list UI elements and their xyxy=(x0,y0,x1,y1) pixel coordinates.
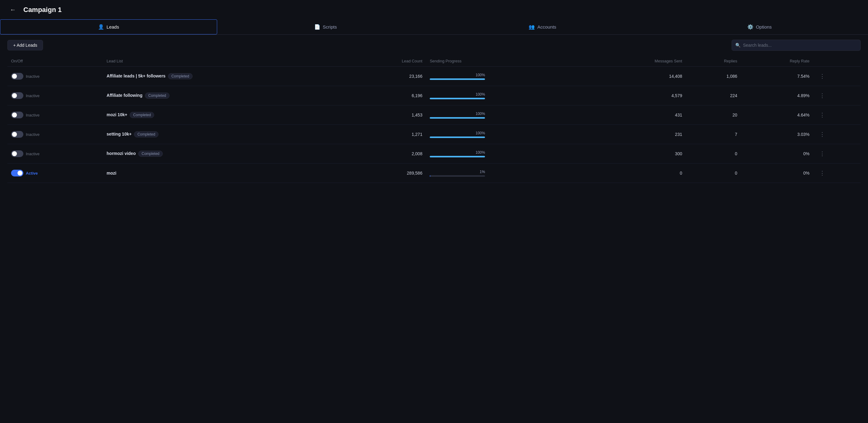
progress-fill xyxy=(430,156,485,158)
progress-label: 100% xyxy=(475,150,485,154)
lead-count-cell: 1,453 xyxy=(351,106,426,125)
replies-cell: 0 xyxy=(686,144,741,164)
col-reply-rate: Reply Rate xyxy=(741,56,813,67)
status-label: Inactive xyxy=(26,132,40,137)
row-menu-button[interactable]: ⋮ xyxy=(817,91,828,100)
status-badge: Completed xyxy=(138,151,163,157)
messages-sent-cell: 231 xyxy=(593,125,686,144)
actions-cell: ⋮ xyxy=(813,144,861,164)
progress-track xyxy=(430,137,485,138)
on-off-cell: Inactive xyxy=(7,67,103,86)
toggle-switch[interactable] xyxy=(11,170,23,176)
col-on-off: On/Off xyxy=(7,56,103,67)
on-off-cell: Inactive xyxy=(7,125,103,144)
status-badge: Completed xyxy=(130,112,154,118)
lead-count-cell: 289,586 xyxy=(351,164,426,183)
row-menu-button[interactable]: ⋮ xyxy=(817,149,828,158)
row-menu-button[interactable]: ⋮ xyxy=(817,110,828,120)
accounts-icon: 👥 xyxy=(529,24,535,30)
col-sending-progress: Sending Progress xyxy=(426,56,593,67)
toggle-switch[interactable] xyxy=(11,73,23,80)
progress-fill xyxy=(430,137,485,138)
col-replies: Replies xyxy=(686,56,741,67)
row-menu-button[interactable]: ⋮ xyxy=(817,130,828,139)
sending-progress-cell: 1% xyxy=(426,164,593,183)
progress-label: 100% xyxy=(475,112,485,116)
leads-icon: 👤 xyxy=(98,24,104,30)
tab-bar: 👤 Leads 📄 Scripts 👥 Accounts ⚙️ Options xyxy=(0,19,868,35)
progress-label: 100% xyxy=(475,92,485,96)
toggle-switch[interactable] xyxy=(11,92,23,99)
status-label: Inactive xyxy=(26,151,40,156)
header: ← Campaign 1 xyxy=(0,0,868,19)
lead-list-name: Affiliate following xyxy=(106,93,143,98)
lead-list-name: Affiliate leads | 5k+ followers xyxy=(106,74,165,78)
sending-progress-cell: 100% xyxy=(426,86,593,106)
toggle-switch[interactable] xyxy=(11,112,23,118)
actions-cell: ⋮ xyxy=(813,164,861,183)
progress-fill xyxy=(430,117,485,119)
search-icon: 🔍 xyxy=(735,43,741,48)
table-row: Inactive Affiliate leads | 5k+ followers… xyxy=(7,67,861,86)
reply-rate-cell: 3.03% xyxy=(741,125,813,144)
lead-count-cell: 6,196 xyxy=(351,86,426,106)
table-row: Inactive Affiliate followingCompleted6,1… xyxy=(7,86,861,106)
lead-list-name: mozi 10k+ xyxy=(106,112,127,117)
status-badge: Completed xyxy=(168,73,193,79)
toolbar: + Add Leads 🔍 xyxy=(0,35,868,56)
tab-leads[interactable]: 👤 Leads xyxy=(0,19,217,34)
toggle-switch[interactable] xyxy=(11,131,23,138)
reply-rate-cell: 4.89% xyxy=(741,86,813,106)
col-actions xyxy=(813,56,861,67)
messages-sent-cell: 0 xyxy=(593,164,686,183)
status-label: Inactive xyxy=(26,74,40,79)
col-messages-sent: Messages Sent xyxy=(593,56,686,67)
messages-sent-cell: 14,408 xyxy=(593,67,686,86)
lead-list-cell: mozi xyxy=(103,164,351,183)
table-header: On/Off Lead List Lead Count Sending Prog… xyxy=(7,56,861,67)
lead-count-cell: 23,166 xyxy=(351,67,426,86)
lead-list-cell: Affiliate leads | 5k+ followersCompleted xyxy=(103,67,351,86)
tab-options[interactable]: ⚙️ Options xyxy=(651,19,868,34)
sending-progress-cell: 100% xyxy=(426,106,593,125)
sending-progress-cell: 100% xyxy=(426,125,593,144)
lead-list-name: hormozi video xyxy=(106,151,136,156)
leads-table-container: On/Off Lead List Lead Count Sending Prog… xyxy=(0,56,868,183)
add-leads-button[interactable]: + Add Leads xyxy=(7,40,43,50)
search-input[interactable] xyxy=(732,40,861,51)
on-off-cell: Inactive xyxy=(7,86,103,106)
on-off-cell: Active xyxy=(7,164,103,183)
replies-cell: 1,086 xyxy=(686,67,741,86)
sending-progress-cell: 100% xyxy=(426,144,593,164)
tab-accounts[interactable]: 👥 Accounts xyxy=(434,19,651,34)
status-badge: Completed xyxy=(145,92,169,99)
lead-list-name: mozi xyxy=(106,171,116,175)
col-lead-list: Lead List xyxy=(103,56,351,67)
row-menu-button[interactable]: ⋮ xyxy=(817,168,828,178)
tab-scripts[interactable]: 📄 Scripts xyxy=(217,19,434,34)
on-off-cell: Inactive xyxy=(7,106,103,125)
lead-list-cell: Affiliate followingCompleted xyxy=(103,86,351,106)
leads-table: On/Off Lead List Lead Count Sending Prog… xyxy=(7,56,861,183)
table-row: Inactive setting 10k+Completed1,271 100%… xyxy=(7,125,861,144)
replies-cell: 20 xyxy=(686,106,741,125)
reply-rate-cell: 0% xyxy=(741,164,813,183)
actions-cell: ⋮ xyxy=(813,125,861,144)
status-label: Inactive xyxy=(26,113,40,117)
lead-count-cell: 2,008 xyxy=(351,144,426,164)
actions-cell: ⋮ xyxy=(813,86,861,106)
lead-list-cell: mozi 10k+Completed xyxy=(103,106,351,125)
progress-track xyxy=(430,156,485,158)
options-icon: ⚙️ xyxy=(747,24,753,30)
toggle-switch[interactable] xyxy=(11,150,23,157)
progress-track xyxy=(430,175,485,177)
replies-cell: 7 xyxy=(686,125,741,144)
progress-label: 100% xyxy=(475,131,485,135)
page-title: Campaign 1 xyxy=(23,6,62,14)
status-label: Inactive xyxy=(26,93,40,98)
row-menu-button[interactable]: ⋮ xyxy=(817,72,828,81)
reply-rate-cell: 4.64% xyxy=(741,106,813,125)
back-button[interactable]: ← xyxy=(7,5,19,15)
col-lead-count: Lead Count xyxy=(351,56,426,67)
table-row: Inactive hormozi videoCompleted2,008 100… xyxy=(7,144,861,164)
